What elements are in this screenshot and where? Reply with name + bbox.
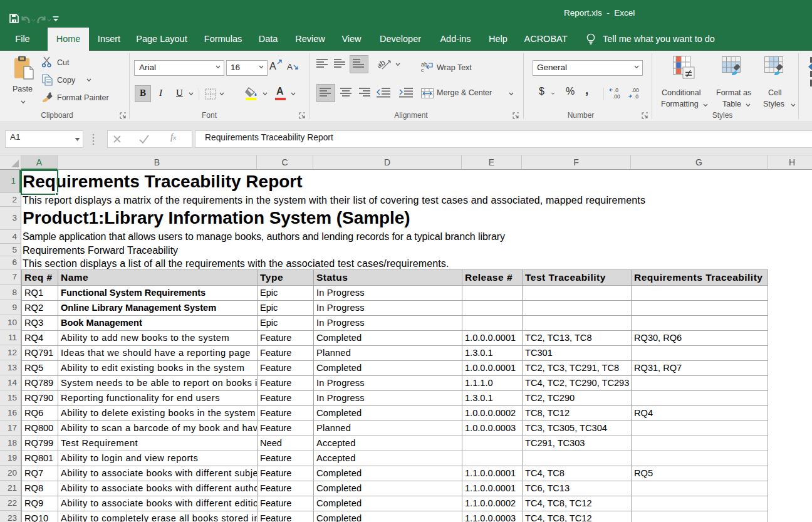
svg-text:.0: .0 (614, 87, 618, 93)
svg-text:c: c (421, 67, 424, 73)
svg-text:.00: .00 (632, 87, 639, 93)
svg-text:.0: .0 (634, 93, 638, 100)
svg-text:.00: .00 (613, 93, 620, 100)
